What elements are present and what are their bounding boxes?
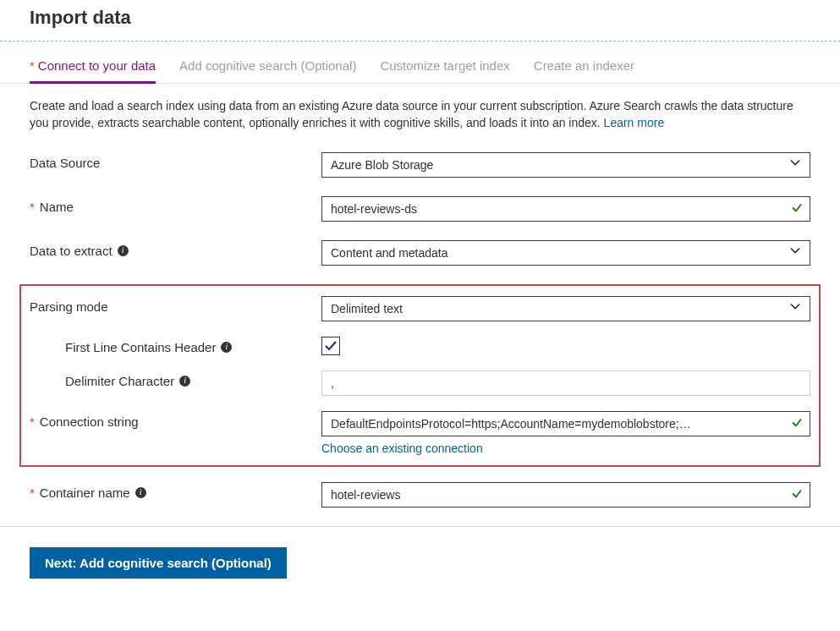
check-icon bbox=[791, 487, 803, 502]
check-icon bbox=[791, 416, 803, 431]
info-icon[interactable]: i bbox=[179, 376, 190, 387]
tab-label: Create an indexer bbox=[534, 58, 634, 73]
select-value: Azure Blob Storage bbox=[331, 158, 433, 172]
description-text: Create and load a search index using dat… bbox=[0, 84, 840, 132]
chevron-down-icon bbox=[789, 244, 801, 259]
first-line-header-checkbox[interactable] bbox=[321, 337, 340, 355]
chevron-down-icon bbox=[789, 300, 801, 315]
chevron-down-icon bbox=[789, 156, 801, 171]
input-value: DefaultEndpointsProtocol=https;AccountNa… bbox=[331, 417, 691, 431]
next-button[interactable]: Next: Add cognitive search (Optional) bbox=[30, 547, 287, 579]
data-extract-select[interactable]: Content and metadata bbox=[321, 240, 810, 266]
input-value: hotel-reviews bbox=[331, 488, 400, 502]
data-extract-label: Data to extracti bbox=[30, 240, 321, 258]
input-value: , bbox=[331, 376, 334, 390]
tab-label: Connect to your data bbox=[38, 58, 156, 73]
data-source-select[interactable]: Azure Blob Storage bbox=[321, 152, 810, 178]
container-name-input[interactable]: hotel-reviews bbox=[321, 482, 810, 508]
tab-cognitive-search[interactable]: Add cognitive search (Optional) bbox=[179, 52, 356, 83]
highlighted-section: Parsing mode Delimited text First Line C… bbox=[19, 284, 821, 467]
footer-divider bbox=[0, 526, 840, 527]
check-icon bbox=[791, 201, 803, 216]
tab-customize-index[interactable]: Customize target index bbox=[380, 52, 509, 83]
container-name-label: *Container namei bbox=[30, 482, 321, 500]
select-value: Content and metadata bbox=[331, 246, 448, 260]
name-label: *Name bbox=[30, 196, 321, 214]
connection-string-input[interactable]: DefaultEndpointsProtocol=https;AccountNa… bbox=[321, 411, 810, 436]
check-icon bbox=[324, 339, 338, 353]
learn-more-link[interactable]: Learn more bbox=[604, 116, 665, 129]
page-title: Import data bbox=[0, 0, 840, 41]
wizard-tabs: *Connect to your data Add cognitive sear… bbox=[0, 52, 840, 84]
choose-existing-connection-link[interactable]: Choose an existing connection bbox=[321, 442, 810, 455]
parsing-mode-select[interactable]: Delimited text bbox=[321, 296, 810, 321]
info-icon[interactable]: i bbox=[118, 245, 129, 256]
tab-label: Customize target index bbox=[380, 58, 509, 73]
divider bbox=[0, 41, 840, 41]
tab-connect-data[interactable]: *Connect to your data bbox=[30, 52, 156, 84]
info-icon[interactable]: i bbox=[135, 487, 146, 498]
connection-string-label: *Connection string bbox=[30, 411, 321, 429]
tab-label: Add cognitive search (Optional) bbox=[179, 58, 356, 73]
first-line-header-label: First Line Contains Headeri bbox=[30, 337, 321, 354]
name-input[interactable]: hotel-reviews-ds bbox=[321, 196, 810, 222]
info-icon[interactable]: i bbox=[221, 342, 232, 353]
tab-create-indexer[interactable]: Create an indexer bbox=[534, 52, 634, 83]
select-value: Delimited text bbox=[331, 302, 403, 316]
delimiter-label: Delimiter Characteri bbox=[30, 370, 321, 388]
parsing-mode-label: Parsing mode bbox=[30, 296, 321, 314]
delimiter-input[interactable]: , bbox=[321, 370, 810, 396]
input-value: hotel-reviews-ds bbox=[331, 202, 417, 216]
data-source-label: Data Source bbox=[30, 152, 321, 170]
form: Data Source Azure Blob Storage *Name hot… bbox=[0, 132, 840, 508]
